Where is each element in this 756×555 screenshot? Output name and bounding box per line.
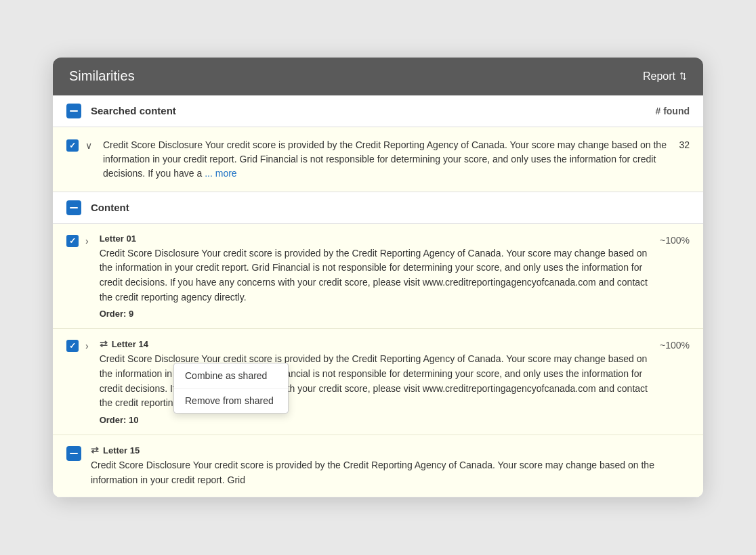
item-2-similarity: ~100% [660, 338, 690, 351]
item-1-order: Order: 9 [100, 309, 650, 319]
item-1-title: Letter 01 [100, 234, 650, 244]
searched-row-text: Credit Score Disclosure Your credit scor… [103, 138, 669, 181]
item-1-controls: › [66, 235, 90, 247]
sort-arrows-icon: ⇅ [679, 72, 687, 81]
item-2-controls: › [66, 340, 90, 352]
shared-icon: ⇄ [91, 445, 99, 456]
searched-section-header: Searched content # found [53, 95, 703, 127]
header-title: Similarities [69, 68, 135, 84]
content-items-list: › Letter 01 Credit Score Disclosure Your… [53, 224, 703, 498]
searched-row-count: 32 [679, 138, 690, 150]
item-2-expand-button[interactable]: › [84, 340, 90, 351]
collapse-content-button[interactable] [66, 200, 81, 215]
searched-checkbox[interactable] [66, 139, 79, 152]
context-menu: Combine as shared Remove from shared [173, 363, 289, 414]
combine-as-shared-option[interactable]: Combine as shared [174, 363, 288, 388]
searched-row-controls: ∨ [66, 139, 93, 152]
searched-expand-button[interactable]: ∨ [84, 140, 93, 151]
more-link[interactable]: ... more [205, 168, 236, 179]
content-item: › ⇄ Letter 14 Credit Score Disclosure Yo… [53, 329, 703, 435]
content-section-label: Content [91, 202, 690, 213]
content-item: ⇄ Letter 15 Credit Score Disclosure Your… [53, 435, 703, 497]
item-3-title: ⇄ Letter 15 [91, 445, 680, 456]
item-2-title: ⇄ Letter 14 [100, 338, 650, 349]
collapse-searched-button[interactable] [66, 104, 81, 118]
content-section-header: Content [53, 192, 703, 224]
item-2-checkbox[interactable] [66, 340, 79, 352]
item-1-body: Letter 01 Credit Score Disclosure Your c… [100, 234, 650, 319]
item-3-body: ⇄ Letter 15 Credit Score Disclosure Your… [91, 445, 680, 487]
item-3-text: Credit Score Disclosure Your credit scor… [91, 458, 680, 487]
searched-section-label: Searched content [91, 105, 646, 116]
item-1-expand-button[interactable]: › [84, 236, 90, 246]
item-1-checkbox[interactable] [66, 235, 79, 247]
item-2-order: Order: 10 [100, 415, 650, 425]
item-3-controls [66, 446, 81, 461]
remove-from-shared-option[interactable]: Remove from shared [174, 388, 288, 413]
shared-icon: ⇄ [100, 338, 108, 349]
header: Similarities Report ⇅ [53, 58, 703, 95]
item-3-collapse-button[interactable] [66, 446, 81, 461]
similarities-window: Similarities Report ⇅ Searched content #… [53, 58, 703, 498]
item-1-text: Credit Score Disclosure Your credit scor… [100, 246, 650, 305]
searched-content-row: ∨ Credit Score Disclosure Your credit sc… [53, 127, 703, 192]
report-label: Report [643, 70, 675, 83]
found-label: # found [655, 106, 690, 116]
item-1-similarity: ~100% [660, 234, 690, 246]
report-button[interactable]: Report ⇅ [643, 70, 687, 83]
content-item: › Letter 01 Credit Score Disclosure Your… [53, 224, 703, 330]
